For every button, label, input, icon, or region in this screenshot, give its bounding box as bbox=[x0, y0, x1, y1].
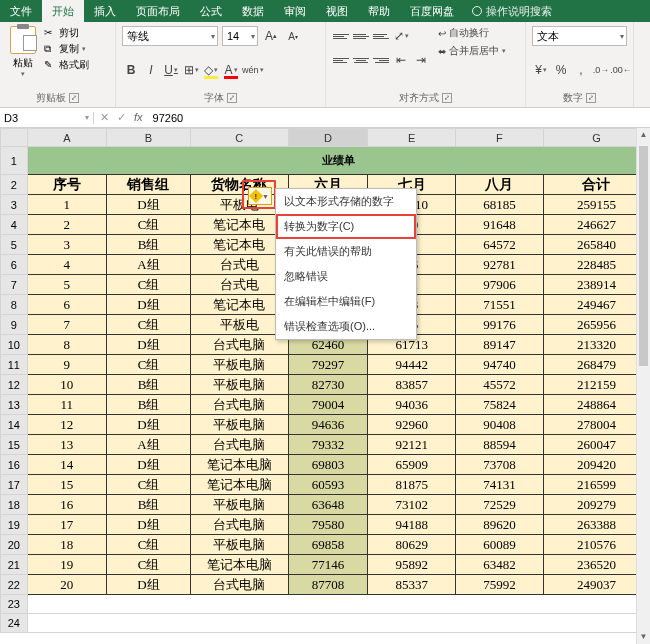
data-cell[interactable]: 82730 bbox=[288, 375, 368, 395]
data-cell[interactable]: 265956 bbox=[543, 315, 649, 335]
data-cell[interactable]: 3 bbox=[27, 235, 107, 255]
wrap-text-button[interactable]: ↩自动换行 bbox=[438, 26, 506, 40]
orientation-button[interactable]: ⤢ bbox=[392, 26, 410, 46]
scroll-up-icon[interactable]: ▲ bbox=[637, 128, 650, 142]
cut-button[interactable]: ✂剪切 bbox=[44, 26, 89, 40]
row-header[interactable]: 21 bbox=[1, 555, 28, 575]
col-header[interactable]: F bbox=[456, 129, 544, 147]
data-cell[interactable]: B组 bbox=[107, 375, 191, 395]
col-header[interactable]: D bbox=[288, 129, 368, 147]
data-cell[interactable]: 249037 bbox=[543, 575, 649, 595]
data-cell[interactable]: 9 bbox=[27, 355, 107, 375]
data-cell[interactable]: 77146 bbox=[288, 555, 368, 575]
data-cell[interactable]: A组 bbox=[107, 435, 191, 455]
data-cell[interactable]: 89147 bbox=[456, 335, 544, 355]
data-cell[interactable]: 台式电 bbox=[190, 275, 288, 295]
data-cell[interactable]: 11 bbox=[27, 395, 107, 415]
comma-button[interactable]: , bbox=[572, 60, 590, 80]
spreadsheet-grid[interactable]: ABCDEFG 1业绩单2序号销售组货物名称六月七月八月合计31D组平板电972… bbox=[0, 128, 650, 633]
data-cell[interactable]: 笔记本电脑 bbox=[190, 455, 288, 475]
data-cell[interactable]: 79004 bbox=[288, 395, 368, 415]
data-cell[interactable]: 笔记本电 bbox=[190, 235, 288, 255]
data-cell[interactable]: 69858 bbox=[288, 535, 368, 555]
data-cell[interactable]: 74131 bbox=[456, 475, 544, 495]
row-header[interactable]: 3 bbox=[1, 195, 28, 215]
data-cell[interactable]: 73708 bbox=[456, 455, 544, 475]
row-header[interactable]: 19 bbox=[1, 515, 28, 535]
data-cell[interactable]: 99176 bbox=[456, 315, 544, 335]
row-header[interactable]: 20 bbox=[1, 535, 28, 555]
data-cell[interactable]: 72529 bbox=[456, 495, 544, 515]
data-cell[interactable]: D组 bbox=[107, 295, 191, 315]
data-cell[interactable]: B组 bbox=[107, 495, 191, 515]
row-header[interactable]: 24 bbox=[1, 614, 28, 633]
shrink-font-button[interactable]: A▾ bbox=[284, 26, 302, 46]
data-cell[interactable]: 68185 bbox=[456, 195, 544, 215]
data-cell[interactable]: 238914 bbox=[543, 275, 649, 295]
tab-2[interactable]: 插入 bbox=[84, 0, 126, 22]
data-cell[interactable]: 17 bbox=[27, 515, 107, 535]
data-cell[interactable]: 笔记本电 bbox=[190, 215, 288, 235]
data-cell[interactable]: D组 bbox=[107, 515, 191, 535]
row-header[interactable]: 23 bbox=[1, 595, 28, 614]
data-cell[interactable]: B组 bbox=[107, 395, 191, 415]
data-cell[interactable]: 88594 bbox=[456, 435, 544, 455]
select-all-corner[interactable] bbox=[1, 129, 28, 147]
data-cell[interactable]: 89620 bbox=[456, 515, 544, 535]
empty-cell[interactable] bbox=[27, 614, 649, 633]
accounting-format-button[interactable]: ¥ bbox=[532, 60, 550, 80]
tab-5[interactable]: 数据 bbox=[232, 0, 274, 22]
number-format-combo[interactable]: 文本 bbox=[532, 26, 627, 46]
data-cell[interactable]: 92781 bbox=[456, 255, 544, 275]
align-top-button[interactable] bbox=[332, 26, 350, 46]
align-middle-button[interactable] bbox=[352, 26, 370, 46]
data-cell[interactable]: B组 bbox=[107, 235, 191, 255]
underline-button[interactable]: U bbox=[162, 60, 180, 80]
tab-0[interactable]: 文件 bbox=[0, 0, 42, 22]
data-cell[interactable]: C组 bbox=[107, 275, 191, 295]
data-cell[interactable]: 83857 bbox=[368, 375, 456, 395]
data-cell[interactable]: 92960 bbox=[368, 415, 456, 435]
data-cell[interactable]: 20 bbox=[27, 575, 107, 595]
data-cell[interactable]: 平板电脑 bbox=[190, 375, 288, 395]
cancel-icon[interactable]: ✕ bbox=[100, 111, 109, 124]
row-header[interactable]: 13 bbox=[1, 395, 28, 415]
tab-4[interactable]: 公式 bbox=[190, 0, 232, 22]
tab-6[interactable]: 审阅 bbox=[274, 0, 316, 22]
data-cell[interactable]: 80629 bbox=[368, 535, 456, 555]
data-cell[interactable]: 209279 bbox=[543, 495, 649, 515]
row-header[interactable]: 2 bbox=[1, 175, 28, 195]
data-cell[interactable]: 7 bbox=[27, 315, 107, 335]
context-menu-item[interactable]: 转换为数字(C) bbox=[276, 214, 416, 239]
data-cell[interactable]: D组 bbox=[107, 415, 191, 435]
empty-cell[interactable] bbox=[27, 595, 649, 614]
data-cell[interactable]: D组 bbox=[107, 195, 191, 215]
bold-button[interactable]: B bbox=[122, 60, 140, 80]
formula-input[interactable]: 97260 bbox=[149, 112, 650, 124]
row-header[interactable]: 12 bbox=[1, 375, 28, 395]
data-cell[interactable]: 94442 bbox=[368, 355, 456, 375]
context-menu-item[interactable]: 在编辑栏中编辑(F) bbox=[276, 289, 416, 314]
error-indicator-button[interactable]: ▼ bbox=[248, 187, 272, 205]
data-cell[interactable]: 246627 bbox=[543, 215, 649, 235]
align-center-button[interactable] bbox=[352, 50, 370, 70]
data-cell[interactable]: 94636 bbox=[288, 415, 368, 435]
data-cell[interactable]: 95892 bbox=[368, 555, 456, 575]
data-cell[interactable]: 台式电脑 bbox=[190, 575, 288, 595]
data-cell[interactable]: 16 bbox=[27, 495, 107, 515]
data-cell[interactable]: 平板电脑 bbox=[190, 415, 288, 435]
data-cell[interactable]: C组 bbox=[107, 315, 191, 335]
font-name-combo[interactable]: 等线 bbox=[122, 26, 218, 46]
data-cell[interactable]: C组 bbox=[107, 215, 191, 235]
data-cell[interactable]: 249467 bbox=[543, 295, 649, 315]
font-launcher[interactable]: ⤢ bbox=[227, 93, 237, 103]
increase-indent-button[interactable]: ⇥ bbox=[412, 50, 430, 70]
context-menu-item[interactable]: 错误检查选项(O)... bbox=[276, 314, 416, 339]
data-cell[interactable]: 85337 bbox=[368, 575, 456, 595]
decrease-indent-button[interactable]: ⇤ bbox=[392, 50, 410, 70]
data-cell[interactable]: 2 bbox=[27, 215, 107, 235]
data-cell[interactable]: 278004 bbox=[543, 415, 649, 435]
row-header[interactable]: 1 bbox=[1, 147, 28, 175]
data-cell[interactable]: 平板电 bbox=[190, 315, 288, 335]
fx-icon[interactable]: fx bbox=[134, 111, 143, 124]
